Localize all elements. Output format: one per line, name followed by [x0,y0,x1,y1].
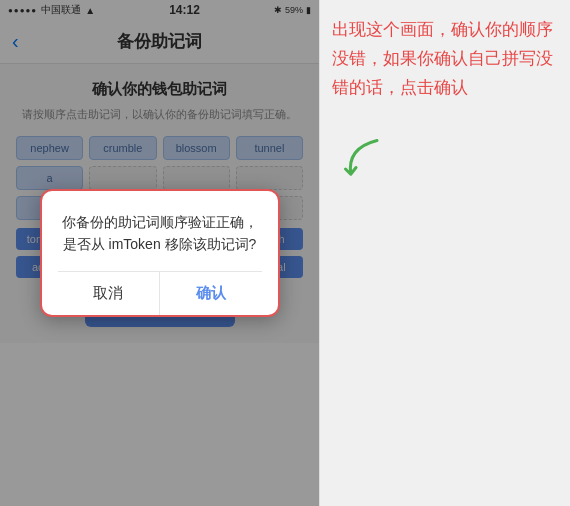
modal-overlay: 你备份的助记词顺序验证正确，是否从 imToken 移除该助记词? 取消 确认 [0,0,319,506]
modal-confirm-button[interactable]: 确认 [160,272,262,315]
modal-box: 你备份的助记词顺序验证正确，是否从 imToken 移除该助记词? 取消 确认 [40,189,280,318]
annotation-text: 出现这个画面，确认你的顺序没错，如果你确认自己拼写没错的话，点击确认 [332,16,558,103]
phone-frame: ●●●●● 中国联通 ▲ 14:12 ✱ 59% ▮ ‹ 备份助记词 确认你的钱… [0,0,320,506]
annotation-panel: 出现这个画面，确认你的顺序没错，如果你确认自己拼写没错的话，点击确认 [320,0,570,506]
arrow-icon [332,133,392,193]
modal-actions: 取消 确认 [58,271,262,315]
modal-cancel-button[interactable]: 取消 [58,272,161,315]
modal-message: 你备份的助记词顺序验证正确，是否从 imToken 移除该助记词? [58,211,262,256]
arrow-wrap [332,133,558,193]
